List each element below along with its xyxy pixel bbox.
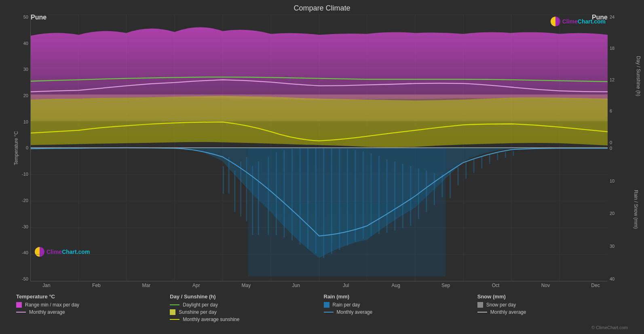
legend-daylight-label: Daylight per day <box>183 302 218 308</box>
y-tick-20: 20 <box>8 93 28 98</box>
legend-snow-avg: Monthly average <box>477 309 628 315</box>
svg-rect-32 <box>300 148 301 245</box>
svg-rect-53 <box>465 162 467 179</box>
legend-temp-range-icon <box>16 302 22 308</box>
chart-area: Temperature °C 50 40 30 20 10 0 -10 -20 … <box>8 15 636 281</box>
x-tick-nov: Nov <box>530 283 562 288</box>
x-tick-jan: Jan <box>30 283 63 288</box>
x-tick-jul: Jul <box>330 283 362 288</box>
legend-sunshine-title: Day / Sunshine (h) <box>170 294 320 300</box>
legend-sunshine-icon <box>170 309 175 315</box>
legend-temp-avg-icon <box>16 312 26 313</box>
y-tick-right-12: 12 <box>610 77 636 82</box>
legend-temp-avg-label: Monthly average <box>29 309 65 315</box>
y-tick-right-0top: 0 <box>610 140 636 145</box>
svg-rect-54 <box>473 159 475 173</box>
y-tick-n10: -10 <box>8 172 28 177</box>
legend-temp-range: Range min / max per day <box>16 302 167 308</box>
svg-rect-51 <box>450 171 451 198</box>
svg-rect-35 <box>323 148 324 258</box>
legend-snow-per-day: Snow per day <box>477 302 628 308</box>
legend-sunshine-avg: Monthly average sunshine <box>170 317 320 322</box>
svg-rect-27 <box>258 162 259 235</box>
x-tick-apr: Apr <box>180 283 212 288</box>
y-tick-10: 10 <box>8 119 28 124</box>
svg-rect-46 <box>410 166 411 226</box>
legend-snow-icon <box>477 302 483 308</box>
svg-rect-30 <box>284 150 285 238</box>
svg-rect-23 <box>234 171 235 212</box>
svg-rect-31 <box>291 149 293 240</box>
y-axis-left: Temperature °C 50 40 30 20 10 0 -10 -20 … <box>8 15 30 281</box>
svg-rect-43 <box>386 159 388 233</box>
page-container: Compare Climate Temperature °C 50 40 30 … <box>0 0 644 334</box>
svg-rect-52 <box>458 167 459 185</box>
svg-rect-21 <box>223 166 224 194</box>
sunshine-band <box>31 96 608 147</box>
svg-rect-55 <box>481 157 482 168</box>
svg-rect-28 <box>268 157 269 235</box>
svg-rect-22 <box>228 157 230 194</box>
svg-rect-44 <box>394 162 395 230</box>
legend-snow-avg-label: Monthly average <box>490 309 526 315</box>
svg-rect-39 <box>355 150 356 242</box>
legend-sunshine-per-day-label: Sunshine per day <box>179 309 216 315</box>
svg-rect-29 <box>276 152 277 235</box>
legend-rain-icon <box>324 302 329 308</box>
y-tick-right-30: 30 <box>610 244 636 249</box>
svg-rect-49 <box>434 173 435 205</box>
x-tick-dec: Dec <box>579 283 612 288</box>
y-tick-n30: -30 <box>8 224 28 229</box>
x-tick-may: May <box>230 283 262 288</box>
svg-rect-36 <box>331 148 332 254</box>
svg-rect-59 <box>513 151 514 156</box>
y-tick-right-10: 10 <box>610 179 636 183</box>
copyright: © ClimeChart.com <box>8 325 636 330</box>
legend-rain-per-day-label: Rain per day <box>333 302 360 308</box>
svg-rect-37 <box>339 149 340 250</box>
x-tick-sep: Sep <box>430 283 462 288</box>
x-tick-feb: Feb <box>80 283 112 288</box>
y-axis-right-label-rain: Rain / Snow (mm) <box>633 190 639 229</box>
y-axis-left-label: Temperature °C <box>13 131 19 165</box>
svg-rect-33 <box>307 148 308 249</box>
page-title: Compare Climate <box>8 4 636 13</box>
legend-sunshine-per-day: Sunshine per day <box>170 309 320 315</box>
legend-daylight-icon <box>170 304 179 305</box>
legend-temp-avg: Monthly average <box>16 309 167 315</box>
legend-rain: Rain (mm) Rain per day Monthly average <box>324 294 474 322</box>
svg-rect-58 <box>505 152 506 158</box>
legend-rain-per-day: Rain per day <box>324 302 474 308</box>
legend-rain-title: Rain (mm) <box>324 294 474 300</box>
legend-snow-avg-icon <box>477 312 487 313</box>
y-tick-right-20: 20 <box>610 211 636 216</box>
y-tick-n20: -20 <box>8 198 28 203</box>
y-axis-right: 24 18 12 6 0 0 10 20 30 40 Day / Sunshin… <box>608 15 636 281</box>
legend-area: Temperature °C Range min / max per day M… <box>8 290 636 324</box>
x-tick-mar: Mar <box>130 283 163 288</box>
y-tick-right-40: 40 <box>610 277 636 281</box>
svg-rect-57 <box>497 153 498 160</box>
x-tick-jun: Jun <box>280 283 312 288</box>
y-tick-right-18: 18 <box>610 46 636 51</box>
legend-rain-avg-icon <box>324 312 334 313</box>
x-tick-oct: Oct <box>479 283 512 288</box>
y-tick-30: 30 <box>8 67 28 72</box>
svg-rect-50 <box>441 174 443 198</box>
y-tick-50: 50 <box>8 15 28 19</box>
legend-daylight: Daylight per day <box>170 302 320 308</box>
svg-rect-25 <box>246 157 247 221</box>
legend-snow: Snow (mm) Snow per day Monthly average <box>477 294 628 322</box>
legend-rain-avg-label: Monthly average <box>337 309 373 315</box>
svg-rect-24 <box>240 162 241 217</box>
svg-rect-48 <box>426 171 427 212</box>
legend-snow-title: Snow (mm) <box>477 294 628 300</box>
svg-rect-45 <box>402 164 403 228</box>
y-tick-right-0bot: 0 <box>610 146 636 151</box>
y-tick-right-6: 6 <box>610 108 636 113</box>
legend-snow-per-day-label: Snow per day <box>486 302 516 308</box>
y-tick-right-24: 24 <box>610 15 636 19</box>
temp-range-band <box>31 27 608 100</box>
main-chart: Pune Pune ClimeChart.com ClimeChart.com <box>30 15 608 281</box>
y-axis-right-label-sunshine: Day / Sunshine (h) <box>635 56 641 96</box>
